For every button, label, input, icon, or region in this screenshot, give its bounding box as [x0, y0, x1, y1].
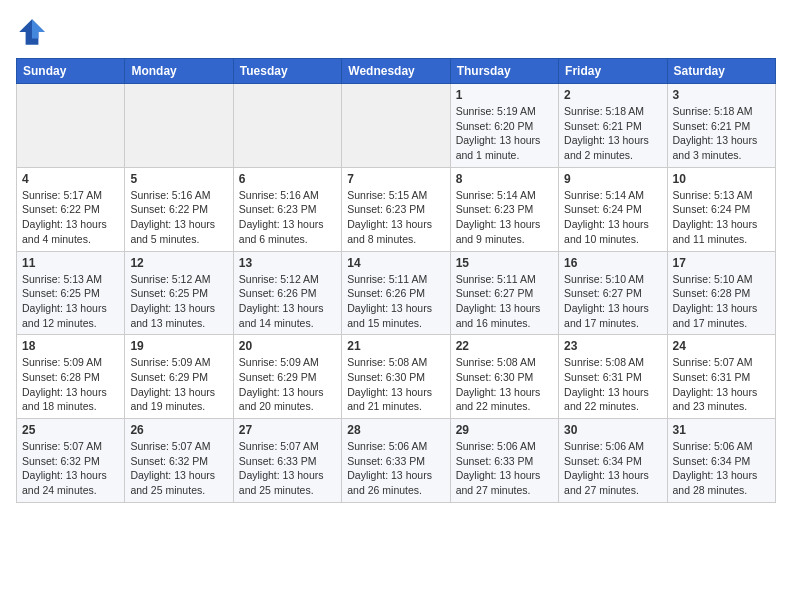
week-row-1: 4Sunrise: 5:17 AM Sunset: 6:22 PM Daylig…	[17, 167, 776, 251]
calendar-cell: 31Sunrise: 5:06 AM Sunset: 6:34 PM Dayli…	[667, 419, 775, 503]
calendar-header-row: SundayMondayTuesdayWednesdayThursdayFrid…	[17, 59, 776, 84]
day-info: Sunrise: 5:17 AM Sunset: 6:22 PM Dayligh…	[22, 188, 119, 247]
calendar-cell: 27Sunrise: 5:07 AM Sunset: 6:33 PM Dayli…	[233, 419, 341, 503]
day-number: 12	[130, 256, 227, 270]
header-sunday: Sunday	[17, 59, 125, 84]
calendar-cell: 4Sunrise: 5:17 AM Sunset: 6:22 PM Daylig…	[17, 167, 125, 251]
day-number: 20	[239, 339, 336, 353]
week-row-4: 25Sunrise: 5:07 AM Sunset: 6:32 PM Dayli…	[17, 419, 776, 503]
calendar-cell: 16Sunrise: 5:10 AM Sunset: 6:27 PM Dayli…	[559, 251, 667, 335]
day-number: 29	[456, 423, 553, 437]
calendar-cell: 17Sunrise: 5:10 AM Sunset: 6:28 PM Dayli…	[667, 251, 775, 335]
day-number: 24	[673, 339, 770, 353]
calendar-cell: 19Sunrise: 5:09 AM Sunset: 6:29 PM Dayli…	[125, 335, 233, 419]
calendar-cell: 22Sunrise: 5:08 AM Sunset: 6:30 PM Dayli…	[450, 335, 558, 419]
day-info: Sunrise: 5:12 AM Sunset: 6:26 PM Dayligh…	[239, 272, 336, 331]
calendar-cell: 29Sunrise: 5:06 AM Sunset: 6:33 PM Dayli…	[450, 419, 558, 503]
calendar-cell: 2Sunrise: 5:18 AM Sunset: 6:21 PM Daylig…	[559, 84, 667, 168]
day-number: 11	[22, 256, 119, 270]
calendar-cell	[125, 84, 233, 168]
calendar-cell: 14Sunrise: 5:11 AM Sunset: 6:26 PM Dayli…	[342, 251, 450, 335]
calendar-cell: 8Sunrise: 5:14 AM Sunset: 6:23 PM Daylig…	[450, 167, 558, 251]
day-number: 6	[239, 172, 336, 186]
calendar-cell: 5Sunrise: 5:16 AM Sunset: 6:22 PM Daylig…	[125, 167, 233, 251]
day-number: 13	[239, 256, 336, 270]
calendar-cell: 20Sunrise: 5:09 AM Sunset: 6:29 PM Dayli…	[233, 335, 341, 419]
day-info: Sunrise: 5:08 AM Sunset: 6:31 PM Dayligh…	[564, 355, 661, 414]
calendar-cell: 9Sunrise: 5:14 AM Sunset: 6:24 PM Daylig…	[559, 167, 667, 251]
calendar-cell: 28Sunrise: 5:06 AM Sunset: 6:33 PM Dayli…	[342, 419, 450, 503]
logo	[16, 16, 52, 48]
day-number: 31	[673, 423, 770, 437]
day-info: Sunrise: 5:19 AM Sunset: 6:20 PM Dayligh…	[456, 104, 553, 163]
day-number: 3	[673, 88, 770, 102]
day-info: Sunrise: 5:10 AM Sunset: 6:28 PM Dayligh…	[673, 272, 770, 331]
header-tuesday: Tuesday	[233, 59, 341, 84]
day-info: Sunrise: 5:10 AM Sunset: 6:27 PM Dayligh…	[564, 272, 661, 331]
calendar-cell: 18Sunrise: 5:09 AM Sunset: 6:28 PM Dayli…	[17, 335, 125, 419]
day-number: 14	[347, 256, 444, 270]
day-number: 28	[347, 423, 444, 437]
day-number: 8	[456, 172, 553, 186]
calendar-cell: 15Sunrise: 5:11 AM Sunset: 6:27 PM Dayli…	[450, 251, 558, 335]
calendar-cell: 12Sunrise: 5:12 AM Sunset: 6:25 PM Dayli…	[125, 251, 233, 335]
day-number: 5	[130, 172, 227, 186]
day-number: 10	[673, 172, 770, 186]
day-info: Sunrise: 5:06 AM Sunset: 6:33 PM Dayligh…	[456, 439, 553, 498]
header-friday: Friday	[559, 59, 667, 84]
day-info: Sunrise: 5:18 AM Sunset: 6:21 PM Dayligh…	[564, 104, 661, 163]
day-info: Sunrise: 5:07 AM Sunset: 6:31 PM Dayligh…	[673, 355, 770, 414]
day-info: Sunrise: 5:09 AM Sunset: 6:29 PM Dayligh…	[239, 355, 336, 414]
day-info: Sunrise: 5:13 AM Sunset: 6:24 PM Dayligh…	[673, 188, 770, 247]
day-number: 27	[239, 423, 336, 437]
day-number: 9	[564, 172, 661, 186]
calendar-cell: 1Sunrise: 5:19 AM Sunset: 6:20 PM Daylig…	[450, 84, 558, 168]
day-info: Sunrise: 5:07 AM Sunset: 6:33 PM Dayligh…	[239, 439, 336, 498]
day-info: Sunrise: 5:07 AM Sunset: 6:32 PM Dayligh…	[22, 439, 119, 498]
day-info: Sunrise: 5:11 AM Sunset: 6:26 PM Dayligh…	[347, 272, 444, 331]
day-info: Sunrise: 5:09 AM Sunset: 6:29 PM Dayligh…	[130, 355, 227, 414]
svg-marker-1	[32, 19, 45, 38]
day-number: 17	[673, 256, 770, 270]
day-info: Sunrise: 5:06 AM Sunset: 6:33 PM Dayligh…	[347, 439, 444, 498]
day-number: 30	[564, 423, 661, 437]
day-number: 18	[22, 339, 119, 353]
calendar-cell: 10Sunrise: 5:13 AM Sunset: 6:24 PM Dayli…	[667, 167, 775, 251]
day-number: 7	[347, 172, 444, 186]
calendar-cell: 25Sunrise: 5:07 AM Sunset: 6:32 PM Dayli…	[17, 419, 125, 503]
calendar-cell: 24Sunrise: 5:07 AM Sunset: 6:31 PM Dayli…	[667, 335, 775, 419]
day-info: Sunrise: 5:08 AM Sunset: 6:30 PM Dayligh…	[456, 355, 553, 414]
day-number: 15	[456, 256, 553, 270]
day-number: 16	[564, 256, 661, 270]
day-number: 23	[564, 339, 661, 353]
day-info: Sunrise: 5:14 AM Sunset: 6:23 PM Dayligh…	[456, 188, 553, 247]
calendar-cell	[233, 84, 341, 168]
calendar-cell: 6Sunrise: 5:16 AM Sunset: 6:23 PM Daylig…	[233, 167, 341, 251]
calendar-cell: 30Sunrise: 5:06 AM Sunset: 6:34 PM Dayli…	[559, 419, 667, 503]
day-info: Sunrise: 5:16 AM Sunset: 6:23 PM Dayligh…	[239, 188, 336, 247]
day-number: 22	[456, 339, 553, 353]
calendar-cell: 11Sunrise: 5:13 AM Sunset: 6:25 PM Dayli…	[17, 251, 125, 335]
day-info: Sunrise: 5:11 AM Sunset: 6:27 PM Dayligh…	[456, 272, 553, 331]
day-number: 2	[564, 88, 661, 102]
day-number: 26	[130, 423, 227, 437]
day-info: Sunrise: 5:06 AM Sunset: 6:34 PM Dayligh…	[673, 439, 770, 498]
day-info: Sunrise: 5:18 AM Sunset: 6:21 PM Dayligh…	[673, 104, 770, 163]
header-monday: Monday	[125, 59, 233, 84]
header-saturday: Saturday	[667, 59, 775, 84]
calendar-cell: 23Sunrise: 5:08 AM Sunset: 6:31 PM Dayli…	[559, 335, 667, 419]
calendar-cell: 21Sunrise: 5:08 AM Sunset: 6:30 PM Dayli…	[342, 335, 450, 419]
day-number: 4	[22, 172, 119, 186]
day-info: Sunrise: 5:16 AM Sunset: 6:22 PM Dayligh…	[130, 188, 227, 247]
logo-icon	[16, 16, 48, 48]
day-info: Sunrise: 5:06 AM Sunset: 6:34 PM Dayligh…	[564, 439, 661, 498]
day-number: 19	[130, 339, 227, 353]
day-info: Sunrise: 5:12 AM Sunset: 6:25 PM Dayligh…	[130, 272, 227, 331]
day-info: Sunrise: 5:08 AM Sunset: 6:30 PM Dayligh…	[347, 355, 444, 414]
header-wednesday: Wednesday	[342, 59, 450, 84]
day-number: 21	[347, 339, 444, 353]
calendar-cell: 7Sunrise: 5:15 AM Sunset: 6:23 PM Daylig…	[342, 167, 450, 251]
calendar-cell: 3Sunrise: 5:18 AM Sunset: 6:21 PM Daylig…	[667, 84, 775, 168]
day-number: 25	[22, 423, 119, 437]
calendar-cell: 26Sunrise: 5:07 AM Sunset: 6:32 PM Dayli…	[125, 419, 233, 503]
